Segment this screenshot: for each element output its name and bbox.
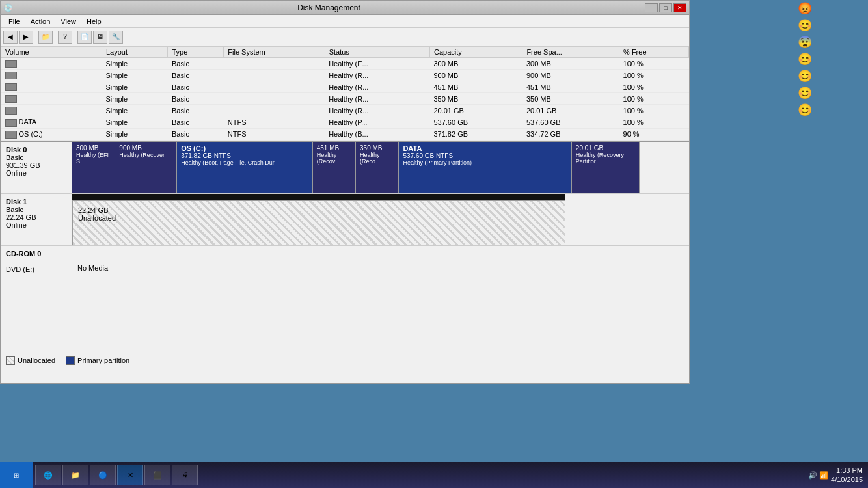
taskbar-tray: 🔊 📶 1:33 PM 4/10/2015: [803, 466, 868, 485]
disk-graphic-area: Disk 0 Basic 931.39 GB Online 300 MB Hea…: [1, 142, 689, 368]
col-status: Status: [325, 47, 429, 58]
title-controls[interactable]: ─ □ ✕: [645, 3, 686, 12]
cdrom0-content: No Media: [72, 246, 689, 291]
disk0-partition-recovery2[interactable]: 20.01 GB Healthy (Recovery Partitior: [572, 142, 640, 193]
disk1-unalloc-container[interactable]: 22.24 GB Unallocated: [72, 194, 565, 245]
disk1-unalloc-label: Unallocated: [78, 214, 560, 222]
taskbar-browser[interactable]: 🔵: [90, 465, 116, 485]
window-title: Disk Management: [13, 3, 645, 12]
taskbar-ie[interactable]: 🌐: [35, 465, 61, 485]
disk-scroll[interactable]: Disk 0 Basic 931.39 GB Online 300 MB Hea…: [1, 142, 689, 353]
title-bar-left: 💿: [3, 3, 13, 12]
taskbar-folder[interactable]: 🖨: [172, 465, 198, 485]
taskbar-app1[interactable]: ✕: [117, 465, 143, 485]
disk1-unalloc-size: 22.24 GB: [78, 206, 560, 214]
disk1-name: Disk 1: [6, 198, 66, 206]
table-row[interactable]: OS (C:)SimpleBasicNTFSHealthy (B...371.8…: [1, 128, 689, 140]
disk0-partition-data[interactable]: DATA 537.60 GB NTFS Healthy (Primary Par…: [399, 142, 571, 193]
disk1-header-bar: [72, 194, 565, 200]
toolbar-btn3[interactable]: 🔧: [109, 31, 123, 44]
legend-unalloc-label: Unallocated: [18, 357, 55, 364]
emoji-panel: 😡 😊 😨 😊 😊 😊 😊: [796, 0, 868, 358]
status-bar: [1, 368, 689, 383]
volume-icon: [5, 60, 17, 68]
disk0-partition-efi[interactable]: 300 MB Healthy (EFI S: [72, 142, 115, 193]
table-row[interactable]: SimpleBasicHealthy (R...20.01 GB20.01 GB…: [1, 105, 689, 116]
start-button[interactable]: ⊞: [0, 462, 33, 488]
cdrom0-label: CD-ROM 0 DVD (E:): [1, 246, 72, 291]
table-row[interactable]: DATASimpleBasicNTFSHealthy (P...537.60 G…: [1, 116, 689, 128]
disk1-row: Disk 1 Basic 22.24 GB Online 22.24 GB Un…: [1, 194, 689, 246]
disk0-row: Disk 0 Basic 931.39 GB Online 300 MB Hea…: [1, 142, 689, 194]
disk1-status: Online: [6, 221, 27, 229]
menu-file[interactable]: File: [3, 16, 25, 27]
disk0-partition-451[interactable]: 451 MB Healthy (Recov: [313, 142, 356, 193]
toolbar-back[interactable]: ◀: [3, 31, 18, 44]
legend-primary-label: Primary partition: [77, 357, 129, 364]
taskbar-cmd[interactable]: ⬛: [144, 465, 170, 485]
disk0-label: Disk 0 Basic 931.39 GB Online: [1, 142, 72, 193]
volume-icon: [5, 107, 17, 115]
volume-table-container[interactable]: Volume Layout Type File System Status Ca…: [1, 46, 689, 142]
taskbar: ⊞ 🌐 📁 🔵 ✕ ⬛ 🖨 🔊 📶 1:33 PM 4/10/2015: [0, 462, 868, 488]
col-type: Type: [168, 47, 224, 58]
close-button[interactable]: ✕: [673, 3, 686, 12]
disk0-partition-recovery1[interactable]: 900 MB Healthy (Recover: [115, 142, 177, 193]
disk1-unallocated[interactable]: 22.24 GB Unallocated: [72, 200, 565, 245]
cdrom0-type: DVD (E:): [6, 265, 34, 273]
tray-clock: 1:33 PM 4/10/2015: [831, 466, 863, 485]
taskbar-items: 🌐 📁 🔵 ✕ ⬛ 🖨: [33, 462, 803, 488]
tray-icons: 🔊 📶: [808, 471, 828, 480]
legend-primary-box: [66, 356, 75, 365]
disk0-partition-350[interactable]: 350 MB Healthy (Reco: [356, 142, 399, 193]
app-icon: 💿: [3, 3, 13, 12]
title-bar: 💿 Disk Management ─ □ ✕: [1, 1, 689, 15]
toolbar-help[interactable]: ?: [58, 31, 72, 44]
legend-primary: Primary partition: [66, 356, 129, 365]
volume-icon: [5, 95, 17, 103]
cdrom0-media: No Media: [77, 264, 108, 272]
col-capacity: Capacity: [429, 47, 522, 58]
volume-icon: [5, 83, 17, 91]
disk1-type: Basic: [6, 206, 23, 213]
menu-bar: File Action View Help: [1, 15, 689, 28]
legend-unalloc: Unallocated: [6, 356, 55, 365]
volume-icon: [5, 131, 17, 139]
toolbar-btn1[interactable]: 📄: [77, 31, 92, 44]
tray-time: 1:33 PM: [831, 466, 863, 475]
disk1-partitions: 22.24 GB Unallocated: [72, 194, 689, 245]
main-content: Volume Layout Type File System Status Ca…: [1, 46, 689, 368]
volume-icon: [5, 72, 17, 79]
col-layout: Layout: [102, 47, 168, 58]
legend-unalloc-box: [6, 356, 15, 365]
menu-help[interactable]: Help: [81, 16, 107, 27]
volume-icon: [5, 119, 17, 127]
toolbar-up[interactable]: 📁: [38, 31, 53, 44]
cdrom0-row: CD-ROM 0 DVD (E:) No Media: [1, 246, 689, 291]
cdrom0-name: CD-ROM 0: [6, 250, 66, 258]
table-row[interactable]: SimpleBasicHealthy (R...451 MB451 MB100 …: [1, 81, 689, 93]
minimize-button[interactable]: ─: [645, 3, 658, 12]
toolbar-btn2[interactable]: 🖥: [93, 31, 107, 44]
col-free: Free Spa...: [522, 47, 619, 58]
col-filesystem: File System: [224, 47, 325, 58]
table-row[interactable]: SimpleBasicHealthy (E...300 MB300 MB100 …: [1, 58, 689, 70]
toolbar: ◀ ▶ 📁 ? 📄 🖥 🔧: [1, 28, 689, 46]
disk0-partition-os[interactable]: OS (C:) 371.82 GB NTFS Healthy (Boot, Pa…: [177, 142, 313, 193]
menu-view[interactable]: View: [55, 16, 81, 27]
disk0-name: Disk 0: [6, 146, 66, 154]
restore-button[interactable]: □: [659, 3, 672, 12]
disk0-size: 931.39 GB: [6, 161, 40, 169]
disk0-status: Online: [6, 169, 27, 177]
disk0-partitions: 300 MB Healthy (EFI S 900 MB Healthy (Re…: [72, 142, 689, 193]
taskbar-explorer[interactable]: 📁: [62, 465, 88, 485]
table-row[interactable]: SimpleBasicHealthy (R...900 MB900 MB100 …: [1, 70, 689, 81]
disk1-size: 22.24 GB: [6, 213, 36, 221]
menu-action[interactable]: Action: [25, 16, 56, 27]
table-row[interactable]: SimpleBasicHealthy (R...350 MB350 MB100 …: [1, 93, 689, 105]
legend: Unallocated Primary partition: [1, 353, 689, 368]
col-volume: Volume: [1, 47, 102, 58]
toolbar-forward[interactable]: ▶: [19, 31, 33, 44]
col-pct: % Free: [619, 47, 689, 58]
disk0-type: Basic: [6, 154, 23, 161]
